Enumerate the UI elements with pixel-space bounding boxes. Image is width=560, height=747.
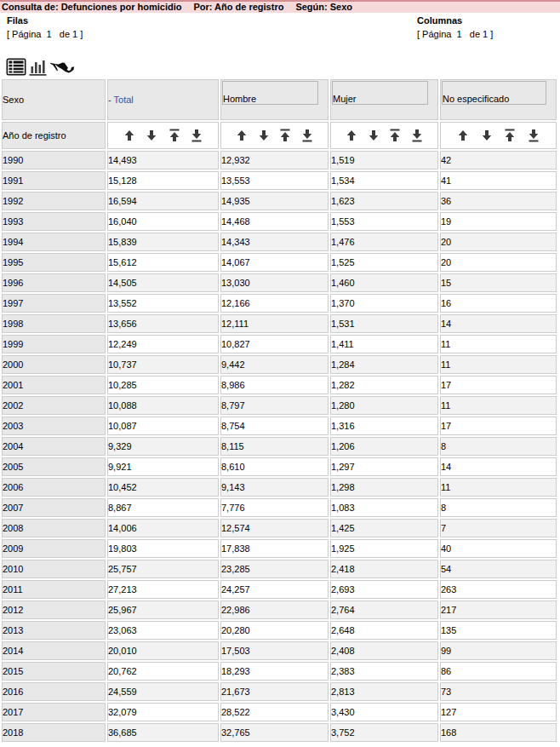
value-cell: 1,370 [330, 294, 438, 313]
year-cell: 2003 [2, 417, 106, 435]
value-cell: 12,111 [220, 314, 329, 333]
total-link[interactable]: Total [114, 95, 134, 105]
table-row: 199515,61214,0671,52520 [2, 253, 557, 272]
sort-up-icon[interactable] [236, 129, 248, 142]
value-cell: 99 [440, 641, 557, 660]
column-header-hombre[interactable]: Hombre [220, 79, 329, 120]
value-cell: 1,284 [330, 355, 438, 374]
value-cell: 36,685 [107, 723, 219, 742]
value-cell: 10,452 [107, 478, 219, 497]
value-cell: 20,762 [107, 662, 219, 681]
value-cell: 40 [440, 539, 557, 558]
sort-up-icon[interactable] [346, 129, 357, 142]
value-cell: 2,813 [330, 682, 438, 701]
value-cell: 217 [440, 600, 557, 619]
value-cell: 1,298 [330, 478, 438, 497]
pivot-table: Sexo - Total Hombre Mujer No especificad… [0, 78, 558, 744]
value-cell: 73 [440, 682, 557, 701]
value-cell: 127 [440, 703, 557, 721]
value-cell: 20 [440, 253, 557, 272]
value-cell: 12,166 [220, 294, 329, 313]
value-cell: 16 [440, 294, 557, 313]
year-cell: 1997 [2, 294, 106, 313]
column-header-box[interactable] [332, 81, 428, 105]
sort-cell-hombre [220, 122, 329, 149]
value-cell: 11 [440, 355, 557, 374]
value-cell: 15,839 [107, 233, 219, 251]
sort-to-bottom-icon[interactable] [301, 129, 313, 142]
value-cell: 2,408 [330, 641, 438, 660]
value-cell: 10,087 [107, 417, 219, 435]
value-cell: 1,282 [330, 376, 438, 394]
year-cell: 2010 [2, 560, 106, 578]
value-cell: 11 [440, 335, 557, 353]
year-cell: 1998 [2, 314, 106, 333]
sort-to-bottom-icon[interactable] [411, 129, 423, 142]
table-row: 200610,4529,1431,29811 [2, 478, 557, 497]
value-cell: 19,803 [107, 539, 219, 558]
value-cell: 14 [440, 314, 557, 333]
table-row: 201025,75723,2852,41854 [2, 560, 557, 578]
year-cell: 2007 [2, 498, 106, 517]
sort-down-icon[interactable] [258, 129, 270, 142]
value-cell: 8,610 [220, 457, 329, 476]
bar-chart-view-icon[interactable] [29, 58, 47, 76]
year-cell: 2009 [2, 539, 106, 558]
mexico-map-view-icon[interactable] [49, 60, 75, 76]
table-row: 199115,12813,5531,53441 [2, 171, 557, 190]
table-row: 20059,9218,6101,29714 [2, 457, 557, 476]
query-por: Por: Año de registro [193, 2, 283, 12]
sort-down-icon[interactable] [481, 129, 493, 142]
sort-to-top-icon[interactable] [504, 129, 516, 142]
value-cell: 20 [440, 233, 557, 251]
value-cell: 23,063 [107, 621, 219, 640]
year-cell: 1996 [2, 273, 106, 292]
sort-to-top-icon[interactable] [389, 129, 401, 142]
query-consulta: Consulta de: Defunciones por homicidio [2, 2, 181, 12]
value-cell: 27,213 [107, 580, 219, 599]
value-cell: 12,574 [220, 519, 329, 537]
value-cell: 20,280 [220, 621, 329, 640]
column-header-box[interactable] [222, 81, 318, 105]
table-view-icon[interactable] [6, 58, 26, 76]
year-cell: 2017 [2, 703, 106, 721]
value-cell: 13,552 [107, 294, 219, 313]
table-row: 201624,55921,6732,81373 [2, 682, 557, 701]
sort-to-bottom-icon[interactable] [191, 129, 203, 142]
column-dimension-label: Sexo [2, 79, 106, 120]
value-cell: 18,293 [220, 662, 329, 681]
table-row: 201836,68532,7653,752168 [2, 723, 557, 742]
value-cell: 12,932 [220, 151, 329, 170]
year-cell: 2000 [2, 355, 106, 374]
column-header-no-especificado[interactable]: No especificado [440, 79, 557, 120]
year-cell: 2004 [2, 437, 106, 456]
value-cell: 1,206 [330, 437, 438, 456]
query-bar: Consulta de: Defunciones por homicidioPo… [0, 0, 560, 13]
value-cell: 1,623 [330, 192, 438, 210]
value-cell: 17,838 [220, 539, 329, 558]
sort-to-bottom-icon[interactable] [528, 129, 540, 142]
value-cell: 1,411 [330, 335, 438, 353]
sort-to-top-icon[interactable] [169, 129, 180, 142]
table-row: 201420,01017,5032,40899 [2, 641, 557, 660]
sort-up-icon[interactable] [123, 129, 135, 142]
column-header-row: Sexo - Total Hombre Mujer No especificad… [2, 79, 557, 120]
column-header-mujer[interactable]: Mujer [330, 79, 438, 120]
year-cell: 2018 [2, 723, 106, 742]
value-cell: 3,752 [330, 723, 438, 742]
value-cell: 16,594 [107, 192, 219, 210]
year-cell: 2011 [2, 580, 106, 599]
column-header-box[interactable] [442, 81, 546, 105]
value-cell: 1,534 [330, 171, 438, 190]
value-cell: 11 [440, 478, 557, 497]
sort-to-top-icon[interactable] [279, 129, 291, 142]
sort-up-icon[interactable] [457, 129, 469, 142]
sort-down-icon[interactable] [146, 129, 157, 142]
value-cell: 3,430 [330, 703, 438, 721]
filas-label: Filas [7, 15, 83, 26]
value-cell: 14,505 [107, 273, 219, 292]
value-cell: 25,967 [107, 600, 219, 619]
sort-down-icon[interactable] [368, 129, 380, 142]
table-row: 201225,96722,9862,764217 [2, 600, 557, 619]
year-cell: 2014 [2, 641, 106, 660]
